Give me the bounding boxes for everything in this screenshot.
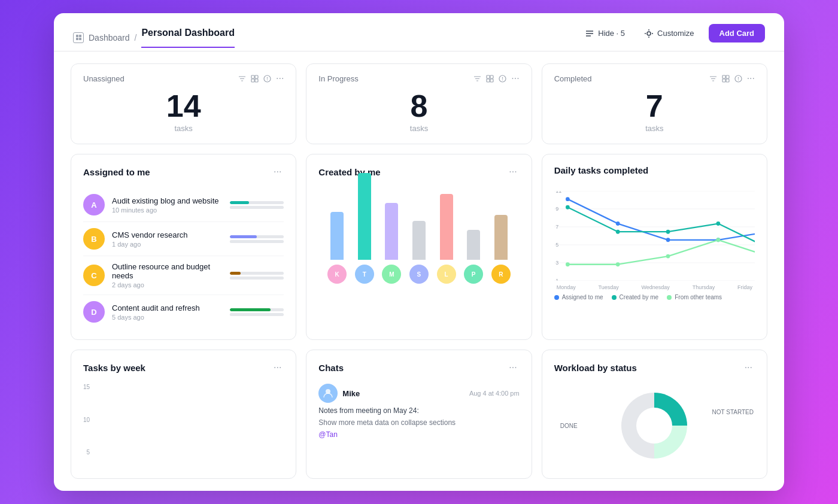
unassigned-label: tasks xyxy=(83,124,284,133)
bar-column: P xyxy=(464,230,483,284)
task-time: 10 minutes ago xyxy=(112,207,223,214)
svg-point-51 xyxy=(615,221,620,226)
svg-rect-1 xyxy=(79,35,81,37)
task-time: 1 day ago xyxy=(112,241,223,248)
task-item: B CMS vendor research 1 day ago xyxy=(83,222,284,256)
svg-text:1: 1 xyxy=(555,278,558,281)
bar xyxy=(358,173,371,260)
assigned-more-button[interactable]: ··· xyxy=(271,165,284,178)
bar-avatar: S xyxy=(409,265,429,284)
completed-card: Completed ··· 7 tasks xyxy=(542,63,767,144)
task-item: A Audit existing blog and website 10 min… xyxy=(83,188,284,222)
pie-chart-container: DONE NOT STARTED xyxy=(554,384,755,467)
svg-point-60 xyxy=(566,262,570,266)
bar-avatar: M xyxy=(382,265,401,284)
customize-label: Customize xyxy=(657,29,694,38)
breadcrumb-sep: / xyxy=(135,33,137,42)
svg-rect-12 xyxy=(255,75,258,78)
svg-point-17 xyxy=(267,79,268,80)
svg-rect-11 xyxy=(251,75,254,78)
inprogress-icons: ··· xyxy=(473,74,519,83)
completed-number: 7 xyxy=(554,90,755,122)
week-y-labels: 15 10 5 xyxy=(83,384,92,456)
task-name: Outline resource and budget needs xyxy=(112,262,223,280)
unassigned-card: Unassigned ··· 14 tasks xyxy=(71,63,296,144)
svg-rect-14 xyxy=(255,79,258,82)
svg-point-7 xyxy=(647,32,651,35)
bar-avatar: P xyxy=(464,265,483,284)
svg-text:3: 3 xyxy=(555,260,558,266)
task-item: C Outline resource and budget needs 2 da… xyxy=(83,256,284,295)
bar-avatar: T xyxy=(355,265,374,284)
inprogress-title: In Progress xyxy=(318,74,358,83)
svg-point-37 xyxy=(737,79,738,80)
task-time: 5 days ago xyxy=(112,314,223,321)
header: Dashboard / Personal Dashboard Hide · 5 … xyxy=(54,13,784,51)
chat-avatar xyxy=(318,384,338,403)
top-cards: Unassigned ··· 14 tasks In Progress xyxy=(71,63,767,144)
bar-column: S xyxy=(409,221,429,284)
content: Unassigned ··· 14 tasks In Progress xyxy=(54,51,784,491)
task-info: Audit existing blog and website 10 minut… xyxy=(112,196,223,214)
svg-point-55 xyxy=(566,205,570,210)
breadcrumb-current: Personal Dashboard xyxy=(141,28,235,48)
add-card-button[interactable]: Add Card xyxy=(709,24,766,42)
workload-title: Workload by status xyxy=(554,363,637,373)
svg-rect-22 xyxy=(490,75,493,78)
chats-title: Chats xyxy=(318,363,344,373)
workload-more-button[interactable]: ··· xyxy=(742,361,755,374)
task-progress xyxy=(230,272,284,280)
svg-point-56 xyxy=(615,230,620,234)
middle-row: Assigned to me ··· A Audit existing blog… xyxy=(71,154,767,340)
pie-chart-svg xyxy=(615,387,693,464)
tasks-by-week-panel: Tasks by week ··· 15 10 5 xyxy=(71,350,296,479)
svg-rect-2 xyxy=(76,38,78,40)
created-more-button[interactable]: ··· xyxy=(506,165,519,178)
svg-rect-33 xyxy=(722,79,725,82)
task-info: Content audit and refresh 5 days ago xyxy=(112,303,223,321)
task-progress xyxy=(230,235,284,243)
daily-tasks-title: Daily tasks completed xyxy=(554,165,649,175)
task-name: Content audit and refresh xyxy=(112,303,223,312)
chat-sender: Mike xyxy=(342,389,360,398)
svg-rect-3 xyxy=(79,38,81,40)
pie-label-done: DONE xyxy=(560,423,578,429)
bar-column: M xyxy=(382,203,401,284)
svg-text:11: 11 xyxy=(555,191,561,194)
svg-point-52 xyxy=(666,238,670,242)
task-list: A Audit existing blog and website 10 min… xyxy=(83,188,284,329)
chart-legend: Assigned to me Created by me From other … xyxy=(554,294,755,300)
bar xyxy=(330,212,344,260)
task-avatar: D xyxy=(83,301,105,323)
task-info: CMS vendor research 1 day ago xyxy=(112,230,223,248)
bar xyxy=(440,194,453,260)
daily-tasks-panel: Daily tasks completed 1197531 Monday Tue… xyxy=(542,154,767,340)
bar-avatar: K xyxy=(327,265,347,284)
hide-button[interactable]: Hide · 5 xyxy=(580,25,630,42)
chat-line1: Notes from meeting on May 24: xyxy=(318,406,519,415)
week-more-button[interactable]: ··· xyxy=(271,361,284,374)
assigned-to-me-panel: Assigned to me ··· A Audit existing blog… xyxy=(71,154,296,340)
bar-column: L xyxy=(437,194,456,284)
customize-button[interactable]: Customize xyxy=(639,25,699,42)
assigned-to-me-title: Assigned to me xyxy=(83,167,150,177)
breadcrumb-base: Dashboard xyxy=(89,33,130,42)
dashboard-icon xyxy=(73,32,84,43)
task-progress xyxy=(230,308,284,316)
svg-text:9: 9 xyxy=(555,206,558,212)
legend-assigned: Assigned to me xyxy=(562,294,603,300)
workload-panel: Workload by status ··· DONE NOT STARTED xyxy=(542,350,767,479)
bar-avatar: L xyxy=(437,265,456,284)
chat-item: Mike Aug 4 at 4:00 pm Notes from meeting… xyxy=(318,384,519,439)
bar xyxy=(467,230,480,260)
svg-point-63 xyxy=(716,238,720,242)
bar-avatar: R xyxy=(491,265,511,284)
bar xyxy=(385,203,398,260)
svg-rect-32 xyxy=(726,75,729,78)
line-chart-container: 1197531 Monday Tuesday Wednesday Thursda… xyxy=(554,185,755,293)
bar xyxy=(494,215,508,260)
completed-label: tasks xyxy=(554,124,755,133)
chats-more-button[interactable]: ··· xyxy=(506,361,519,374)
svg-rect-24 xyxy=(490,79,493,82)
svg-rect-0 xyxy=(76,35,78,37)
